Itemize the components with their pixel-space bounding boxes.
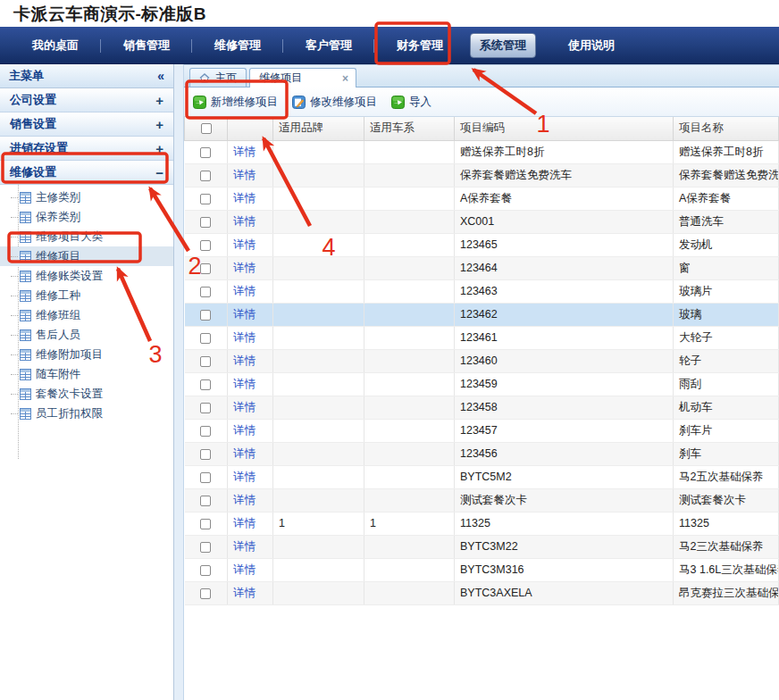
sidebar-item[interactable]: 保养类别	[0, 207, 173, 227]
sidebar-item[interactable]: 维修附加项目	[0, 345, 173, 364]
table-row[interactable]: 详情 XC001 普通洗车	[185, 210, 779, 233]
row-checkbox[interactable]	[200, 147, 211, 158]
row-checkbox[interactable]	[200, 333, 211, 344]
row-checkbox[interactable]	[200, 310, 211, 321]
detail-link[interactable]: 详情	[233, 563, 255, 576]
detail-link[interactable]: 详情	[233, 169, 255, 181]
table-row[interactable]: 详情 123460 轮子	[185, 349, 779, 372]
row-checkbox[interactable]	[200, 356, 211, 367]
tab-home[interactable]: 主页	[189, 68, 247, 87]
sidebar-item[interactable]: 主修类别	[0, 188, 173, 207]
row-checkbox[interactable]	[200, 403, 211, 413]
detail-link[interactable]: 详情	[233, 494, 255, 506]
edit-repair-item-button[interactable]: 修改维修项目	[292, 95, 377, 110]
row-checkbox[interactable]	[200, 426, 211, 437]
sidebar-section[interactable]: 公司设置 +	[0, 88, 173, 112]
detail-link[interactable]: 详情	[233, 587, 255, 599]
sidebar-section[interactable]: 维修设置 −	[0, 161, 173, 185]
detail-link[interactable]: 详情	[233, 262, 255, 274]
nav-item[interactable]: 财务管理	[382, 38, 457, 54]
expand-collapse-icon[interactable]: +	[155, 93, 163, 108]
nav-item[interactable]: 使用说明	[554, 38, 629, 54]
detail-link[interactable]: 详情	[233, 471, 255, 483]
table-row[interactable]: 详情 123456 刹车	[185, 442, 779, 465]
detail-link[interactable]: 详情	[233, 424, 255, 437]
detail-link[interactable]: 详情	[233, 354, 255, 367]
row-checkbox[interactable]	[200, 496, 211, 506]
sidebar-section[interactable]: 进销存设置 +	[0, 137, 173, 161]
expand-collapse-icon[interactable]: +	[155, 117, 163, 132]
sidebar-section[interactable]: 销售设置 +	[0, 112, 173, 137]
detail-link[interactable]: 详情	[233, 401, 255, 413]
row-checkbox[interactable]	[200, 240, 211, 251]
nav-item[interactable]: 我的桌面	[18, 38, 93, 54]
table-row[interactable]: 详情 BYTC5M2 马2五次基础保养	[185, 465, 779, 488]
table-row[interactable]: 详情 123459 雨刮	[185, 372, 779, 396]
sidebar-item[interactable]: 维修项目	[0, 246, 173, 266]
detail-link[interactable]: 详情	[233, 238, 255, 251]
table-row[interactable]: 详情 1 1 11325 11325	[185, 512, 779, 535]
sidebar-item[interactable]: 维修项目大类	[0, 227, 173, 246]
detail-link[interactable]: 详情	[233, 447, 255, 460]
detail-link[interactable]: 详情	[233, 378, 255, 390]
row-checkbox[interactable]	[200, 171, 211, 181]
sidebar-item[interactable]: 员工折扣权限	[0, 404, 173, 423]
collapse-sidebar-icon[interactable]: «	[157, 69, 164, 83]
table-row[interactable]: 详情 123457 刹车片	[185, 419, 779, 442]
detail-link[interactable]: 详情	[233, 331, 255, 344]
nav-item[interactable]: 客户管理	[291, 38, 366, 54]
import-button[interactable]: 导入	[391, 95, 431, 110]
table-row[interactable]: 详情 123464 窗	[185, 256, 779, 279]
sidebar-item[interactable]: 维修账类设置	[0, 266, 173, 286]
panel-splitter[interactable]	[174, 64, 184, 700]
detail-link[interactable]: 详情	[233, 540, 255, 553]
detail-link[interactable]: 详情	[233, 192, 255, 204]
sidebar-item[interactable]: 维修工种	[0, 286, 173, 305]
table-row[interactable]: 详情 保养套餐赠送免费洗车 保养套餐赠送免费洗车	[185, 163, 779, 187]
sidebar-item[interactable]: 售后人员	[0, 325, 173, 345]
row-checkbox[interactable]	[200, 379, 211, 390]
column-header-series[interactable]: 适用车系	[364, 117, 455, 140]
table-row[interactable]: 详情 赠送保养工时8折 赠送保养工时8折	[185, 140, 779, 163]
sidebar-item[interactable]: 套餐次卡设置	[0, 384, 173, 404]
row-checkbox[interactable]	[200, 588, 211, 599]
detail-link[interactable]: 详情	[233, 285, 255, 297]
expand-collapse-icon[interactable]: −	[155, 165, 163, 180]
detail-link[interactable]: 详情	[233, 517, 255, 529]
table-row[interactable]: 详情 A保养套餐 A保养套餐	[185, 187, 779, 210]
table-row[interactable]: 详情 123461 大轮子	[185, 326, 779, 349]
select-all-checkbox[interactable]	[201, 123, 212, 134]
row-checkbox[interactable]	[200, 449, 211, 460]
add-repair-item-button[interactable]: 新增维修项目	[193, 95, 278, 110]
row-checkbox[interactable]	[200, 542, 211, 553]
close-tab-icon[interactable]: ×	[342, 73, 348, 84]
tab-repair-items[interactable]: 维修项目 ×	[249, 68, 356, 88]
table-row[interactable]: 详情 BYTC3AXELA 昂克赛拉三次基础保养	[185, 581, 779, 604]
table-row[interactable]: 详情 BYTC3M22 马2三次基础保养	[185, 535, 779, 558]
table-row[interactable]: 详情 BYTC3M316 马3 1.6L三次基础保养	[185, 558, 779, 581]
row-checkbox[interactable]	[200, 519, 211, 529]
detail-link[interactable]: 详情	[233, 308, 255, 321]
column-header-brand[interactable]: 适用品牌	[273, 117, 364, 140]
row-checkbox[interactable]	[200, 263, 211, 274]
table-row[interactable]: 详情 123465 发动机	[185, 233, 779, 256]
table-row[interactable]: 详情 123463 玻璃片	[185, 279, 779, 303]
nav-item[interactable]: 系统管理	[470, 33, 536, 58]
column-header-code[interactable]: 项目编码	[455, 117, 674, 140]
row-checkbox[interactable]	[200, 217, 211, 228]
sidebar-item[interactable]: 随车附件	[0, 364, 173, 384]
row-checkbox[interactable]	[200, 287, 211, 297]
column-header-name[interactable]: 项目名称	[674, 117, 779, 140]
nav-item[interactable]: 销售管理	[109, 38, 184, 54]
detail-link[interactable]: 详情	[233, 215, 255, 228]
row-checkbox[interactable]	[200, 565, 211, 576]
row-checkbox[interactable]	[200, 472, 211, 483]
nav-item[interactable]: 维修管理	[200, 38, 275, 54]
sidebar-item[interactable]: 维修班组	[0, 305, 173, 325]
detail-link[interactable]: 详情	[233, 146, 255, 158]
row-checkbox[interactable]	[200, 194, 211, 204]
table-row[interactable]: 详情 123458 机动车	[185, 396, 779, 419]
expand-collapse-icon[interactable]: +	[155, 141, 163, 156]
table-row[interactable]: 详情 测试套餐次卡 测试套餐次卡	[185, 488, 779, 512]
table-row[interactable]: 详情 123462 玻璃	[185, 303, 779, 326]
